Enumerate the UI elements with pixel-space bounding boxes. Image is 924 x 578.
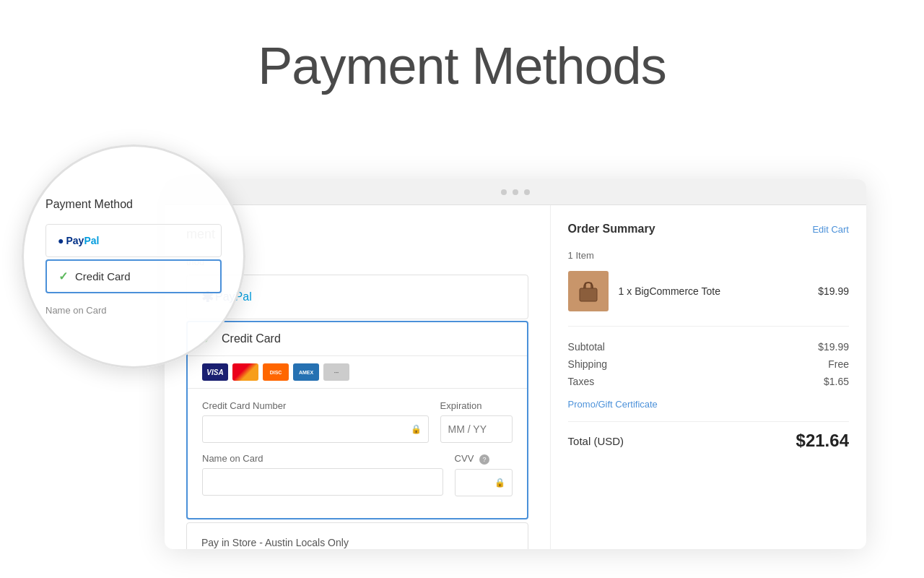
generic-card-logo: ··· xyxy=(323,363,349,381)
cvv-label: CVV ? xyxy=(455,453,513,465)
credit-card-label: Credit Card xyxy=(222,332,281,345)
order-summary-header: Order Summary Edit Cart xyxy=(568,223,849,236)
expiry-label: Expiration xyxy=(440,400,513,411)
shipping-label: Shipping xyxy=(568,358,608,370)
subtotal-line: Subtotal $19.99 xyxy=(568,341,849,353)
magnifier-overlay: Payment Method ● PayPal ✓ Credit Card Na… xyxy=(22,144,245,368)
visa-logo: VISA xyxy=(202,363,228,381)
cc-number-input[interactable] xyxy=(202,415,429,443)
subtotal-label: Subtotal xyxy=(568,341,605,353)
total-line: Total (USD) $21.64 xyxy=(568,421,849,451)
cvv-lock-icon: 🔒 xyxy=(494,478,505,488)
browser-dot-2 xyxy=(513,189,518,195)
form-row-ccnumber: Credit Card Number 🔒 Expiration xyxy=(202,400,513,443)
card-logos: VISA DISC AMEX ··· xyxy=(188,355,527,389)
magnifier-credit-label: Credit Card xyxy=(75,270,131,282)
subtotal-value: $19.99 xyxy=(818,341,849,353)
summary-lines: Subtotal $19.99 Shipping Free Taxes $1.6… xyxy=(568,341,849,387)
taxes-value: $1.65 xyxy=(824,376,849,387)
browser-dot-3 xyxy=(524,189,530,195)
total-label: Total (USD) xyxy=(568,435,624,447)
lock-icon: 🔒 xyxy=(411,424,422,434)
name-input[interactable] xyxy=(202,468,443,496)
page-title: Payment Methods xyxy=(0,36,924,95)
shipping-line: Shipping Free xyxy=(568,358,849,370)
browser-bar xyxy=(165,179,866,205)
item-image xyxy=(568,271,609,311)
name-label: Name on Card xyxy=(202,453,443,464)
magnifier-check-icon: ✓ xyxy=(58,269,68,283)
magnifier-paypal: ● PayPal xyxy=(45,224,222,257)
item-price: $19.99 xyxy=(818,285,849,297)
mastercard-logo xyxy=(232,363,258,381)
credit-card-option[interactable]: ✓ Credit Card VISA DISC AMEX ··· Credit … xyxy=(186,321,528,519)
cvv-group: CVV ? 🔒 xyxy=(455,453,513,496)
right-panel: Order Summary Edit Cart 1 Item 1 x BigCo… xyxy=(551,205,866,549)
cvv-help-icon[interactable]: ? xyxy=(479,454,489,465)
cc-number-wrapper: 🔒 xyxy=(202,415,429,443)
browser-content: ment thod ✱ PayPal ✓ Credit Card VISA xyxy=(165,205,866,549)
total-value: $21.64 xyxy=(796,431,849,451)
cvv-wrapper: 🔒 xyxy=(455,469,513,496)
form-row-name-cvv: Name on Card CVV ? xyxy=(202,453,513,496)
magnifier-pp-icon: ● xyxy=(58,235,64,246)
item-count: 1 Item xyxy=(568,250,849,261)
magnifier-paypal-logo: ● PayPal xyxy=(58,235,99,246)
shipping-value: Free xyxy=(828,358,849,370)
tote-bag-icon xyxy=(574,277,603,306)
expiry-input[interactable] xyxy=(440,415,513,443)
taxes-line: Taxes $1.65 xyxy=(568,376,849,387)
name-group: Name on Card xyxy=(202,453,443,496)
magnifier-name-on-card: Name on Card xyxy=(45,305,222,316)
browser-window: ment thod ✱ PayPal ✓ Credit Card VISA xyxy=(165,179,866,549)
browser-dot-1 xyxy=(501,189,507,195)
expiry-wrapper xyxy=(440,415,513,443)
magnifier-content: Payment Method ● PayPal ✓ Credit Card Na… xyxy=(24,147,243,366)
promo-link[interactable]: Promo/Gift Certificate xyxy=(568,399,849,410)
svg-rect-0 xyxy=(580,288,597,301)
pay-in-store-label: Pay in Store - Austin Locals Only xyxy=(201,537,349,548)
edit-cart-link[interactable]: Edit Cart xyxy=(812,224,849,235)
cc-number-group: Credit Card Number 🔒 xyxy=(202,400,429,443)
card-form: Credit Card Number 🔒 Expiration xyxy=(188,389,527,518)
order-item: 1 x BigCommerce Tote $19.99 xyxy=(568,271,849,327)
page-title-section: Payment Methods xyxy=(0,0,924,124)
item-name: 1 x BigCommerce Tote xyxy=(619,285,808,297)
order-summary-title: Order Summary xyxy=(568,223,655,236)
magnifier-credit-card: ✓ Credit Card xyxy=(45,259,222,293)
magnifier-title: Payment Method xyxy=(45,198,222,211)
taxes-label: Taxes xyxy=(568,376,595,387)
expiry-group: Expiration xyxy=(440,400,513,443)
credit-card-header: ✓ Credit Card xyxy=(188,322,527,355)
item-details: 1 x BigCommerce Tote xyxy=(619,285,808,297)
discover-logo: DISC xyxy=(263,363,289,381)
cc-number-label: Credit Card Number xyxy=(202,400,429,411)
pay-in-store-option[interactable]: Pay in Store - Austin Locals Only xyxy=(186,522,528,549)
amex-logo: AMEX xyxy=(293,363,319,381)
name-wrapper xyxy=(202,468,443,496)
